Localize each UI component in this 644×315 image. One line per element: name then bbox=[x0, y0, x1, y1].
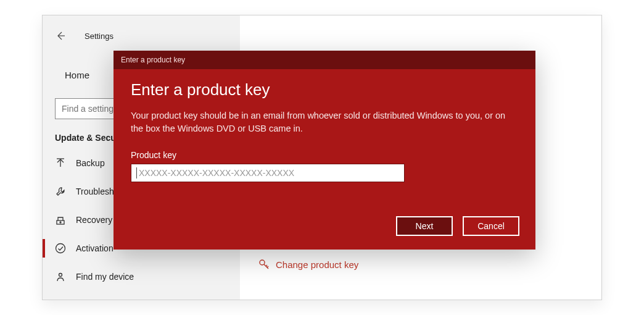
product-key-input[interactable] bbox=[139, 168, 399, 178]
svg-point-10 bbox=[59, 274, 62, 277]
dialog-heading: Enter a product key bbox=[131, 80, 518, 99]
wrench-icon bbox=[55, 186, 66, 197]
recovery-icon bbox=[55, 214, 66, 225]
svg-rect-7 bbox=[57, 220, 64, 224]
back-row: Settings bbox=[43, 27, 240, 45]
back-arrow-icon[interactable] bbox=[55, 30, 66, 41]
svg-point-11 bbox=[260, 260, 265, 265]
dialog-description: Your product key should be in an email f… bbox=[131, 109, 513, 135]
product-key-label: Product key bbox=[131, 150, 518, 160]
change-product-key-label: Change product key bbox=[276, 259, 358, 270]
dialog-title: Enter a product key bbox=[121, 56, 185, 64]
home-label: Home bbox=[65, 70, 89, 80]
key-icon bbox=[257, 258, 271, 271]
sidebar-item-label: Activation bbox=[76, 243, 114, 253]
sidebar-item-findmydevice[interactable]: Find my device bbox=[43, 262, 240, 291]
product-key-dialog: Enter a product key Enter a product key … bbox=[114, 51, 535, 250]
location-person-icon bbox=[55, 271, 66, 282]
sidebar-item-label: Recovery bbox=[76, 215, 112, 225]
dialog-buttons: Next Cancel bbox=[396, 216, 519, 236]
svg-line-13 bbox=[267, 266, 268, 267]
upload-arrow-icon bbox=[55, 158, 66, 169]
text-caret-icon bbox=[136, 167, 137, 178]
next-button[interactable]: Next bbox=[396, 216, 453, 236]
sidebar-item-label: Find my device bbox=[76, 272, 134, 282]
change-product-key-link[interactable]: Change product key bbox=[257, 258, 358, 271]
svg-point-8 bbox=[60, 222, 61, 223]
dialog-body: Enter a product key Your product key sho… bbox=[114, 69, 535, 182]
cancel-button[interactable]: Cancel bbox=[463, 216, 519, 236]
svg-point-9 bbox=[56, 244, 65, 253]
product-key-input-wrap[interactable] bbox=[131, 164, 405, 182]
checkmark-circle-icon bbox=[55, 243, 66, 254]
dialog-titlebar: Enter a product key bbox=[114, 51, 535, 69]
app-title: Settings bbox=[85, 32, 114, 41]
svg-line-14 bbox=[266, 265, 267, 266]
sidebar-item-label: Backup bbox=[76, 158, 105, 168]
